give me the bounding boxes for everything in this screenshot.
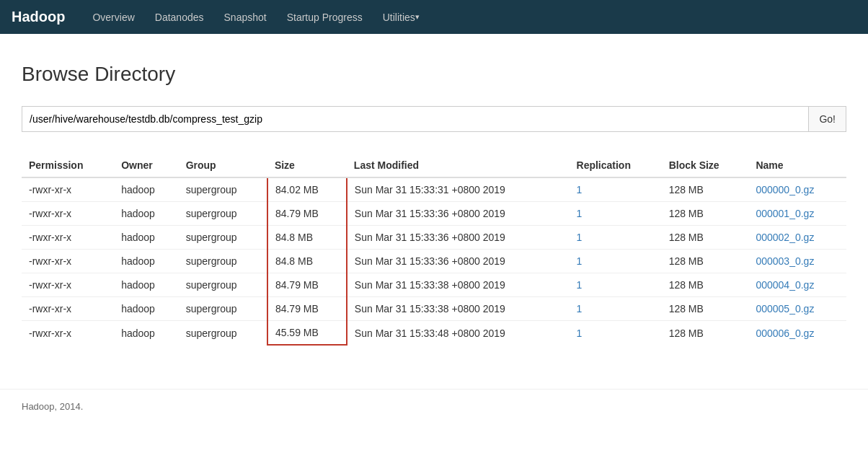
cell-size: 84.79 MB: [267, 273, 347, 297]
go-button[interactable]: Go!: [808, 106, 846, 132]
cell-group: supergroup: [179, 226, 267, 250]
nav-snapshot[interactable]: Snapshot: [214, 0, 277, 34]
file-link[interactable]: 000004_0.gz: [756, 279, 814, 291]
col-header-group: Group: [179, 154, 267, 177]
replication-link[interactable]: 1: [577, 303, 583, 315]
navbar: Hadoop Overview Datanodes Snapshot Start…: [0, 0, 868, 34]
table-row: -rwxr-xr-x hadoop supergroup 84.02 MB Su…: [22, 177, 846, 202]
cell-replication: 1: [570, 321, 662, 346]
cell-replication: 1: [570, 177, 662, 202]
cell-group: supergroup: [179, 297, 267, 321]
cell-block-size: 128 MB: [662, 321, 749, 346]
cell-permission: -rwxr-xr-x: [22, 202, 114, 226]
cell-owner: hadoop: [114, 250, 179, 273]
file-link[interactable]: 000002_0.gz: [756, 232, 814, 243]
search-bar: Go!: [22, 106, 846, 132]
col-header-last-modified: Last Modified: [347, 154, 570, 177]
cell-block-size: 128 MB: [662, 273, 749, 297]
cell-owner: hadoop: [114, 202, 179, 226]
replication-link[interactable]: 1: [577, 184, 583, 195]
nav-utilities[interactable]: Utilities: [373, 0, 430, 34]
table-row: -rwxr-xr-x hadoop supergroup 84.79 MB Su…: [22, 202, 846, 226]
cell-block-size: 128 MB: [662, 202, 749, 226]
cell-size: 84.8 MB: [267, 250, 347, 273]
cell-owner: hadoop: [114, 321, 179, 346]
cell-name: 000004_0.gz: [748, 273, 846, 297]
footer-text: Hadoop, 2014.: [22, 401, 83, 412]
cell-name: 000006_0.gz: [748, 321, 846, 346]
replication-link[interactable]: 1: [577, 327, 583, 339]
cell-name: 000003_0.gz: [748, 250, 846, 273]
cell-group: supergroup: [179, 177, 267, 202]
main-content: Browse Directory Go! Permission Owner Gr…: [0, 34, 868, 360]
table-row: -rwxr-xr-x hadoop supergroup 84.8 MB Sun…: [22, 226, 846, 250]
cell-name: 000002_0.gz: [748, 226, 846, 250]
nav-links: Overview Datanodes Snapshot Startup Prog…: [82, 0, 429, 34]
col-header-block-size: Block Size: [662, 154, 749, 177]
cell-block-size: 128 MB: [662, 177, 749, 202]
file-link[interactable]: 000006_0.gz: [756, 327, 814, 339]
cell-replication: 1: [570, 297, 662, 321]
nav-startup-progress[interactable]: Startup Progress: [277, 0, 373, 34]
cell-permission: -rwxr-xr-x: [22, 273, 114, 297]
cell-name: 000005_0.gz: [748, 297, 846, 321]
cell-name: 000001_0.gz: [748, 202, 846, 226]
cell-permission: -rwxr-xr-x: [22, 250, 114, 273]
file-link[interactable]: 000001_0.gz: [756, 208, 814, 219]
col-header-size: Size: [267, 154, 347, 177]
file-link[interactable]: 000005_0.gz: [756, 303, 814, 315]
cell-replication: 1: [570, 202, 662, 226]
replication-link[interactable]: 1: [577, 255, 583, 267]
cell-block-size: 128 MB: [662, 250, 749, 273]
cell-owner: hadoop: [114, 177, 179, 202]
cell-group: supergroup: [179, 273, 267, 297]
cell-permission: -rwxr-xr-x: [22, 226, 114, 250]
cell-size: 84.8 MB: [267, 226, 347, 250]
cell-replication: 1: [570, 250, 662, 273]
cell-last-modified: Sun Mar 31 15:33:36 +0800 2019: [347, 250, 570, 273]
file-link[interactable]: 000003_0.gz: [756, 255, 814, 267]
file-link[interactable]: 000000_0.gz: [756, 184, 814, 195]
replication-link[interactable]: 1: [577, 208, 583, 219]
col-header-permission: Permission: [22, 154, 114, 177]
cell-group: supergroup: [179, 250, 267, 273]
cell-block-size: 128 MB: [662, 297, 749, 321]
page-title: Browse Directory: [22, 63, 846, 86]
cell-replication: 1: [570, 226, 662, 250]
cell-last-modified: Sun Mar 31 15:33:38 +0800 2019: [347, 297, 570, 321]
table-row: -rwxr-xr-x hadoop supergroup 84.79 MB Su…: [22, 273, 846, 297]
cell-replication: 1: [570, 273, 662, 297]
table-row: -rwxr-xr-x hadoop supergroup 84.8 MB Sun…: [22, 250, 846, 273]
nav-overview[interactable]: Overview: [82, 0, 144, 34]
cell-last-modified: Sun Mar 31 15:33:38 +0800 2019: [347, 273, 570, 297]
cell-last-modified: Sun Mar 31 15:33:36 +0800 2019: [347, 226, 570, 250]
cell-permission: -rwxr-xr-x: [22, 177, 114, 202]
cell-permission: -rwxr-xr-x: [22, 297, 114, 321]
cell-last-modified: Sun Mar 31 15:33:48 +0800 2019: [347, 321, 570, 346]
cell-group: supergroup: [179, 202, 267, 226]
cell-size: 84.79 MB: [267, 297, 347, 321]
cell-size: 84.02 MB: [267, 177, 347, 202]
col-header-name: Name: [748, 154, 846, 177]
directory-table: Permission Owner Group Size Last Modifie…: [22, 154, 846, 346]
cell-name: 000000_0.gz: [748, 177, 846, 202]
cell-permission: -rwxr-xr-x: [22, 321, 114, 346]
col-header-replication: Replication: [570, 154, 662, 177]
cell-owner: hadoop: [114, 297, 179, 321]
cell-group: supergroup: [179, 321, 267, 346]
cell-size: 84.79 MB: [267, 202, 347, 226]
replication-link[interactable]: 1: [577, 279, 583, 291]
cell-size: 45.59 MB: [267, 321, 347, 346]
footer: Hadoop, 2014.: [0, 389, 868, 426]
table-row: -rwxr-xr-x hadoop supergroup 84.79 MB Su…: [22, 297, 846, 321]
cell-owner: hadoop: [114, 226, 179, 250]
cell-last-modified: Sun Mar 31 15:33:36 +0800 2019: [347, 202, 570, 226]
replication-link[interactable]: 1: [577, 232, 583, 243]
path-input[interactable]: [22, 106, 808, 132]
cell-owner: hadoop: [114, 273, 179, 297]
nav-datanodes[interactable]: Datanodes: [145, 0, 214, 34]
brand-logo[interactable]: Hadoop: [12, 9, 65, 25]
cell-block-size: 128 MB: [662, 226, 749, 250]
cell-last-modified: Sun Mar 31 15:33:31 +0800 2019: [347, 177, 570, 202]
col-header-owner: Owner: [114, 154, 179, 177]
